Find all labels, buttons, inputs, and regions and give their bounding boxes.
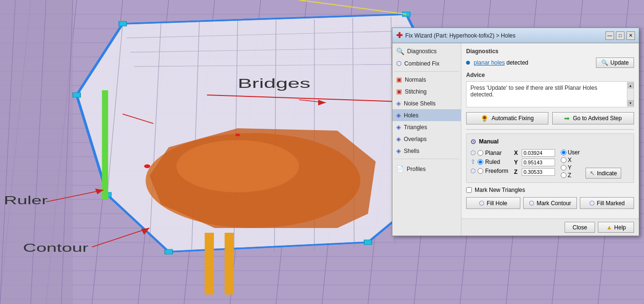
- fill-buttons-row: ⬡ Fill Hole ⬡ Mark Contour ⬡ Fill Marked: [466, 197, 634, 209]
- close-button[interactable]: ✕: [626, 31, 635, 40]
- holes-icon: ◈: [396, 112, 401, 119]
- nav-item-shells[interactable]: ◈ Shells: [392, 145, 461, 157]
- nav-item-diagnostics[interactable]: 🔍 Diagnostics: [392, 45, 461, 57]
- mark-triangles-row: Mark New Triangles: [466, 187, 634, 193]
- z-input[interactable]: [522, 168, 555, 176]
- svg-rect-66: [73, 93, 80, 97]
- main-container: Bridges Ruler Contour ✚: [0, 0, 644, 304]
- mark-contour-label: Mark Contour: [537, 200, 571, 207]
- svg-point-57: [176, 140, 299, 192]
- user-radio[interactable]: [561, 150, 566, 155]
- nav-item-holes[interactable]: ◈ Holes: [392, 109, 461, 121]
- mark-triangles-label: Mark New Triangles: [475, 187, 525, 193]
- triangles-icon: ◈: [396, 124, 401, 131]
- x-axis-radio[interactable]: [561, 157, 566, 163]
- diagnostics-icon: 🔍: [396, 48, 404, 55]
- mark-contour-button[interactable]: ⬡ Mark Contour: [523, 197, 577, 209]
- title-controls: — □ ✕: [605, 31, 635, 40]
- maximize-button[interactable]: □: [616, 31, 624, 40]
- update-button[interactable]: 🔍 Update: [596, 57, 634, 68]
- y-label: Y: [514, 159, 520, 166]
- y-axis-radio-row: Y: [561, 164, 580, 171]
- close-button-bottom[interactable]: Close: [565, 222, 595, 233]
- minimize-button[interactable]: —: [605, 31, 614, 40]
- freeform-radio[interactable]: [478, 168, 483, 174]
- fill-hole-button[interactable]: ⬡ Fill Hole: [466, 197, 520, 209]
- planar-row: ⬡ Planar: [470, 149, 508, 156]
- x-input[interactable]: [522, 149, 555, 157]
- shells-icon: ◈: [396, 147, 401, 154]
- dialog-body: 🔍 Diagnostics ⬡ Combined Fix ▣ Normals ▣…: [392, 43, 639, 236]
- svg-rect-63: [364, 240, 372, 245]
- indicate-button[interactable]: ↖ Indicate: [585, 168, 621, 179]
- auto-fix-icon: 🌻: [480, 114, 488, 122]
- nav-item-triangles[interactable]: ◈ Triangles: [392, 121, 461, 133]
- go-advised-label: Go to Advised Step: [573, 115, 622, 122]
- right-content: Diagnostics planar holes detected 🔍 Upda…: [461, 43, 639, 236]
- bottom-bar: Close ▲ Help: [461, 218, 639, 236]
- content-area: Diagnostics planar holes detected 🔍 Upda…: [461, 43, 639, 218]
- scroll-up[interactable]: ▲: [628, 83, 634, 88]
- dialog-title-area: ✚ Fix Wizard (Part: Hyperhook-tofix2) > …: [396, 31, 516, 40]
- indicate-col: ↖ Indicate: [585, 168, 621, 179]
- separator: [466, 129, 634, 130]
- auto-fix-label: Automatic Fixing: [491, 115, 534, 122]
- fill-marked-icon: ⬡: [589, 200, 595, 207]
- svg-rect-68: [102, 90, 108, 200]
- go-advised-step-button[interactable]: ➡ Go to Advised Step: [552, 112, 634, 124]
- planar-icon: ⬡: [470, 149, 476, 156]
- y-axis-radio[interactable]: [561, 165, 566, 171]
- ruled-radio[interactable]: [478, 159, 483, 165]
- advice-text: Press 'Update' to see if there are still…: [470, 85, 597, 98]
- nav-item-normals[interactable]: ▣ Normals: [392, 74, 461, 86]
- manual-arrow-icon: ⊙: [470, 138, 476, 145]
- nav-item-overlaps[interactable]: ◈ Overlaps: [392, 133, 461, 145]
- fill-hole-icon: ⬡: [479, 200, 484, 207]
- nav-divider: [394, 71, 459, 72]
- planar-radio[interactable]: [478, 150, 483, 156]
- z-label: Z: [514, 169, 520, 175]
- svg-rect-64: [165, 249, 173, 254]
- ruled-label: Ruled: [485, 159, 500, 165]
- fix-wizard-dialog: ✚ Fix Wizard (Part: Hyperhook-tofix2) > …: [392, 28, 639, 236]
- svg-point-82: [144, 164, 150, 168]
- mark-triangles-checkbox[interactable]: [466, 187, 472, 193]
- diagnostics-row: planar holes detected 🔍 Update: [466, 57, 634, 68]
- x-coord-row: X: [514, 149, 555, 157]
- combined-fix-icon: ⬡: [396, 60, 401, 67]
- nav-item-noise-shells[interactable]: ◈ Noise Shells: [392, 97, 461, 109]
- fill-marked-label: Fill Marked: [597, 200, 625, 207]
- status-dot: [466, 61, 470, 65]
- update-icon: 🔍: [601, 59, 608, 66]
- profiles-icon: 📄: [396, 165, 404, 172]
- manual-label: Manual: [479, 138, 498, 145]
- advice-box: Press 'Update' to see if there are still…: [466, 81, 634, 107]
- overlaps-icon: ◈: [396, 135, 401, 142]
- user-radio-row: User: [561, 149, 580, 156]
- svg-rect-59: [119, 21, 127, 26]
- fill-marked-button[interactable]: ⬡ Fill Marked: [580, 197, 634, 209]
- nav-item-combined-fix[interactable]: ⬡ Combined Fix: [392, 57, 461, 69]
- help-button[interactable]: ▲ Help: [598, 222, 634, 233]
- ruled-icon: ⇧: [470, 158, 476, 165]
- svg-text:Ruler: Ruler: [4, 194, 48, 207]
- x-axis-radio-row: X: [561, 157, 580, 163]
- svg-point-84: [235, 133, 240, 136]
- z-axis-radio[interactable]: [561, 172, 566, 178]
- planar-holes-link[interactable]: planar holes: [474, 59, 505, 66]
- mark-contour-icon: ⬡: [529, 200, 534, 207]
- fill-hole-label: Fill Hole: [487, 200, 507, 207]
- ruled-row: ⇧ Ruled: [470, 158, 508, 165]
- y-input[interactable]: [522, 159, 555, 166]
- freeform-row: ⬡ Freeform: [470, 167, 508, 174]
- detected-text: planar holes detected: [474, 59, 528, 66]
- automatic-fixing-button[interactable]: 🌻 Automatic Fixing: [466, 112, 548, 124]
- y-axis-label: Y: [568, 164, 572, 171]
- nav-item-stitching[interactable]: ▣ Stitching: [392, 86, 461, 97]
- nav-item-profiles[interactable]: 📄 Profiles: [392, 163, 461, 175]
- svg-text:Contour: Contour: [23, 241, 88, 254]
- advice-label: Advice: [466, 72, 634, 78]
- scroll-down[interactable]: ▼: [628, 100, 634, 106]
- dialog-titlebar: ✚ Fix Wizard (Part: Hyperhook-tofix2) > …: [392, 28, 639, 43]
- detected-suffix: detected: [505, 59, 528, 66]
